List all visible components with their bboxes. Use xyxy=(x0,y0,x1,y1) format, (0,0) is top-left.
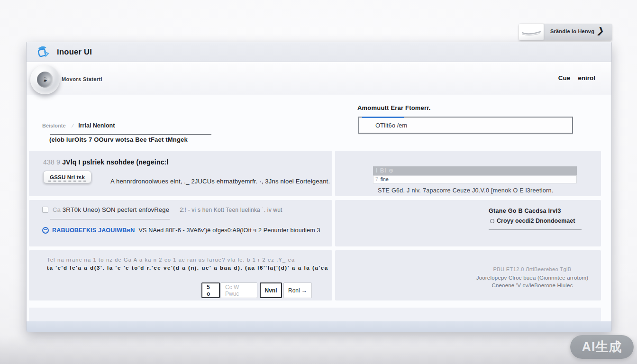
header-bar: ◔ Movors Staterti Cue enirol xyxy=(27,62,611,95)
breadcrumb-underline xyxy=(50,134,211,135)
text-input[interactable]: OTlit6o /em xyxy=(358,117,573,134)
breadcrumb-separator: ⁄ xyxy=(73,123,73,128)
page-subtitle: (elob lurOits 7 OOurv wotsa Bee tFaet tM… xyxy=(49,136,188,143)
fine-print-line2: ta 'e'd lc'a a d(3'. la 'e 'e to'd r.'ce… xyxy=(47,265,328,271)
legal-line3: Cneoene 'V cv/leBoerone Hlulec xyxy=(461,282,603,288)
breadcrumb-current: Irrial Neniont xyxy=(78,122,115,129)
swoosh-icon xyxy=(521,28,541,36)
radio-row[interactable]: Croyy oecdi2 Dnondoemaet xyxy=(490,218,575,224)
checkbox-label: Ca 3RT0k Uneo) SON pecfert enfovRege xyxy=(53,206,169,213)
input-label: Amomuutt Erar Ftomerr. xyxy=(357,104,431,111)
gssu-button-label: GSSU Nrl tsk xyxy=(50,174,85,180)
section-panel-3-left: Tel na nranc na 1 to nz de Ga A a ka n 2… xyxy=(29,250,332,300)
section-panel-2-right: Gtane Go B Cacdsa Irvl3 Croyy oecdi2 Dno… xyxy=(335,200,601,246)
section-description: A hennrdronoolwues elnt, ._ 2JUCUs ehrna… xyxy=(110,178,330,185)
info-link-row[interactable]: RABUOBEГKIS JAOUIWBвN VS NAed 80Г-6 - 3V… xyxy=(42,227,320,234)
breadcrumb: Bėislonte ⁄ Irrial Neniont xyxy=(42,121,115,129)
checkbox-row[interactable]: Ca 3RT0k Uneo) SON pecfert enfovRege 2:!… xyxy=(42,206,282,213)
toolbar-label: Srändle lo Henvg xyxy=(550,28,594,34)
section-panel-2-left: Ca 3RT0k Uneo) SON pecfert enfovRege 2:!… xyxy=(29,200,332,246)
checkbox-underline xyxy=(50,219,170,219)
window-bottom-strip xyxy=(27,321,611,332)
power-icon: ◔ xyxy=(34,69,55,90)
dashed-underline xyxy=(48,181,86,182)
checkbox-hint: 2:! - vi s hen Kott Teen luelinka ˙. iv … xyxy=(180,207,282,213)
info-link-detail: VS NAed 80Г-6 - 3VA6v')ĕ ofges0:A9(lOtt … xyxy=(139,227,320,234)
legal-line2: Joorelopepv Clroc buea (Gionnntee arroto… xyxy=(461,275,603,281)
legal-line1: PBU ET12.0 ЛrtlBeerebeo TglB xyxy=(461,266,603,272)
cue-link[interactable]: Cue xyxy=(558,74,571,82)
radio-icon[interactable] xyxy=(490,219,494,223)
app-logo-icon xyxy=(36,45,50,59)
chevron-right-icon[interactable]: ❯ xyxy=(596,25,605,36)
app-window: inouer UI ◔ Movors Staterti Cue enirol B… xyxy=(26,42,612,332)
footer-strip xyxy=(29,308,601,321)
option-heading: Gtane Go B Cacdsa Irvl3 xyxy=(489,208,561,214)
disabled-button: Cc W Pwuc xyxy=(220,282,257,298)
power-button[interactable]: ◔ xyxy=(30,65,60,94)
section-panel-1-left: 438 9 JVlq I pslriek nsohdee (negeinc:l … xyxy=(29,151,332,196)
radio-label: Croyy oecdi2 Dnondoemaet xyxy=(497,218,575,224)
version-caption: STE G6d. J nlv. 7apacorre Ceuze J0.V.0 [… xyxy=(378,187,554,194)
progress-bar: l Bl ⊕ xyxy=(373,166,577,175)
section-title-text: JVlq I pslriek nsohdee (negeinc:l xyxy=(60,158,169,166)
file-row[interactable]: 7flne xyxy=(373,175,577,183)
next-button[interactable]: Ronl → xyxy=(283,282,312,298)
option-underline xyxy=(489,229,582,230)
checkbox[interactable] xyxy=(42,207,48,213)
info-icon xyxy=(42,227,49,234)
breadcrumb-root[interactable]: Bėislonte xyxy=(42,123,66,128)
device-label: Movors Staterti xyxy=(62,76,102,82)
checkbox-label-text: 3RT0k Uneo) SON pecfert enfovRege xyxy=(63,206,169,213)
floating-toolbar: Srändle lo Henvg ❯ xyxy=(519,24,612,40)
section-title-prefix: 438 9 xyxy=(43,158,60,166)
legal-text-block: PBU ET12.0 ЛrtlBeerebeo TglB Joorelopepv… xyxy=(461,266,603,288)
button-row: 5 o Cc W Pwuc Nvnl Ronl → xyxy=(201,282,312,298)
file-row-value: flne xyxy=(381,176,389,182)
window-title: inouer UI xyxy=(57,47,92,56)
input-value: OTlit6o /em xyxy=(375,122,407,129)
back-button[interactable]: 5 o xyxy=(201,282,220,298)
section-panel-1-right: l Bl ⊕ 7flne STE G6d. J nlv. 7apacorre C… xyxy=(335,151,601,196)
fine-print-line1: Tel na nranc na 1 to nz de Ga A a ka n 2… xyxy=(47,257,295,263)
titlebar[interactable]: inouer UI xyxy=(27,42,611,62)
swoosh-button[interactable] xyxy=(519,24,544,40)
file-row-icon: 7 xyxy=(375,176,378,182)
desktop-background: Srändle lo Henvg ❯ inouer UI ◔ Movors St… xyxy=(0,0,637,364)
gssu-button[interactable]: GSSU Nrl tsk xyxy=(43,171,91,183)
ai-watermark-badge: AI生成 xyxy=(570,335,634,359)
confirm-button[interactable]: Nvnl xyxy=(260,282,282,298)
input-accent-bar xyxy=(362,117,404,118)
info-link[interactable]: RABUOBEГKIS JAOUIWBвN xyxy=(52,227,135,234)
section-panel-3-right: PBU ET12.0 ЛrtlBeerebeo TglB Joorelopepv… xyxy=(335,250,601,300)
checkbox-label-prefix: Ca xyxy=(53,206,63,213)
section-title: 438 9 JVlq I pslriek nsohdee (negeinc:l xyxy=(43,158,169,166)
enirol-link[interactable]: enirol xyxy=(578,74,595,82)
